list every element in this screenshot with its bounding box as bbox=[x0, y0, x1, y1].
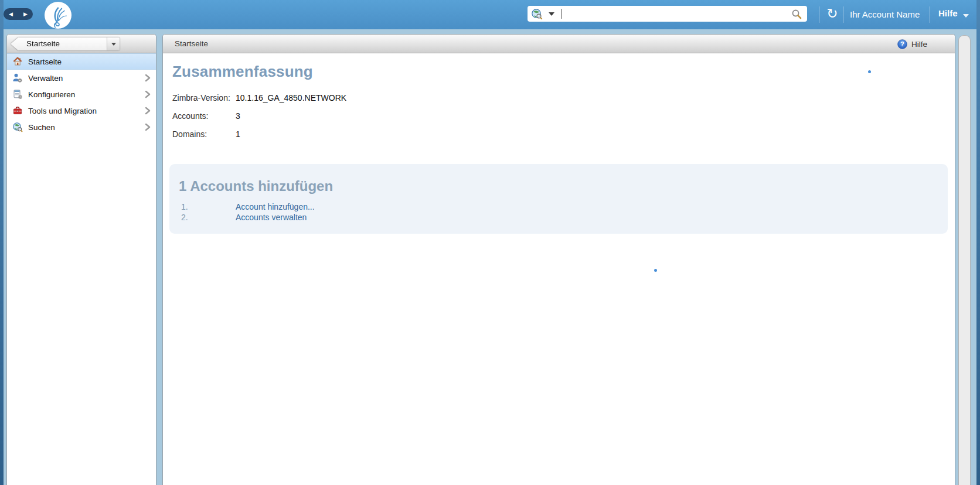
chevron-right-icon bbox=[145, 74, 151, 84]
loading-dot bbox=[868, 70, 871, 73]
toolbox-icon bbox=[12, 105, 23, 117]
manage-accounts-link[interactable]: Accounts verwalten bbox=[236, 212, 307, 223]
summary-row: Zimbra-Version: 10.1.16_GA_4850.NETWORK bbox=[172, 93, 955, 103]
summary-value: 1 bbox=[236, 129, 240, 139]
tasks-panel: 1 Accounts hinzufügen 1. Account hinzufü… bbox=[169, 164, 948, 234]
globe-search-icon[interactable] bbox=[531, 8, 543, 20]
sidebar-item-konfigurieren[interactable]: Konfigurieren bbox=[7, 86, 156, 103]
topbar-divider bbox=[843, 6, 843, 23]
zimbra-logo-swoosh bbox=[45, 2, 71, 28]
sidebar-header: Startseite bbox=[7, 35, 156, 53]
topbar: ◀ ▶ ↻ Ihr Accou bbox=[0, 0, 980, 29]
summary-label: Zimbra-Version: bbox=[172, 93, 236, 103]
window-frame-right bbox=[976, 0, 980, 485]
list-item-number: 2. bbox=[179, 212, 236, 223]
history-nav-pill: ◀ ▶ bbox=[4, 8, 33, 20]
chevron-right-icon bbox=[145, 123, 151, 133]
list-item: 1. Account hinzufügen... bbox=[179, 201, 938, 212]
content-help-button[interactable]: ? Hilfe bbox=[897, 35, 927, 53]
search-scope-caret-down-icon[interactable] bbox=[549, 12, 554, 16]
sidebar-item-verwalten[interactable]: Verwalten bbox=[7, 70, 156, 86]
nav-selector-value: Startseite bbox=[26, 37, 60, 50]
sidebar-item-label: Verwalten bbox=[28, 74, 63, 83]
sidebar-item-label: Tools und Migration bbox=[28, 107, 97, 115]
sidebar-item-suchen[interactable]: Suchen bbox=[7, 119, 156, 135]
nav-selector-dropdown-button[interactable] bbox=[107, 37, 120, 50]
summary-label: Accounts: bbox=[172, 111, 236, 121]
help-menu[interactable]: Hilfe bbox=[938, 0, 958, 29]
tasks-list: 1. Account hinzufügen... 2. Accounts ver… bbox=[179, 201, 938, 223]
main-panel: Startseite ? Hilfe Zusammenfassung Zimbr… bbox=[162, 34, 955, 485]
back-icon[interactable]: ◀ bbox=[4, 8, 18, 20]
main-content: Zusammenfassung Zimbra-Version: 10.1.16_… bbox=[163, 53, 955, 485]
add-account-link[interactable]: Account hinzufügen... bbox=[236, 201, 315, 212]
forward-icon[interactable]: ▶ bbox=[18, 8, 33, 20]
document-gear-icon bbox=[12, 89, 23, 100]
loading-dot bbox=[654, 269, 657, 272]
sidebar-item-tools-und-migration[interactable]: Tools und Migration bbox=[7, 103, 156, 119]
summary-row: Domains: 1 bbox=[172, 129, 955, 139]
caret-down-icon bbox=[111, 43, 116, 46]
globe-search-icon bbox=[12, 122, 23, 133]
window-frame-left bbox=[0, 0, 4, 485]
list-item: 2. Accounts verwalten bbox=[179, 212, 938, 223]
content-help-label: Hilfe bbox=[911, 40, 927, 49]
chevron-right-icon bbox=[145, 107, 151, 117]
help-icon: ? bbox=[897, 39, 907, 49]
search-input[interactable] bbox=[562, 7, 791, 21]
sidebar-item-label: Konfigurieren bbox=[28, 90, 75, 99]
svg-text:?: ? bbox=[900, 40, 904, 47]
vertical-scrollbar[interactable] bbox=[958, 35, 971, 485]
home-icon bbox=[12, 56, 23, 67]
summary-label: Domains: bbox=[172, 129, 236, 139]
help-caret-down-icon[interactable] bbox=[963, 14, 969, 18]
page-title: Startseite bbox=[175, 39, 208, 48]
account-name[interactable]: Ihr Account Name bbox=[850, 0, 920, 29]
search-bar bbox=[528, 6, 807, 22]
summary-title: Zusammenfassung bbox=[172, 63, 955, 81]
zimbra-logo bbox=[45, 2, 72, 29]
search-icon[interactable] bbox=[791, 8, 802, 20]
summary-value: 3 bbox=[236, 111, 240, 121]
sidebar-item-label: Suchen bbox=[28, 123, 55, 132]
tasks-panel-title: 1 Accounts hinzufügen bbox=[179, 179, 938, 194]
summary-value: 10.1.16_GA_4850.NETWORK bbox=[236, 93, 346, 103]
sidebar-item-startseite[interactable]: Startseite bbox=[7, 53, 156, 70]
summary-rows: Zimbra-Version: 10.1.16_GA_4850.NETWORK … bbox=[163, 93, 955, 139]
nav-selector[interactable]: Startseite bbox=[11, 37, 120, 50]
sidebar-tree: Startseite Verwalten bbox=[7, 53, 156, 135]
sidebar: Startseite Startseite bbox=[6, 34, 156, 485]
chevron-right-icon bbox=[145, 90, 151, 100]
user-gear-icon bbox=[12, 73, 23, 84]
sidebar-item-label: Startseite bbox=[28, 57, 62, 66]
topbar-divider bbox=[930, 6, 930, 23]
refresh-icon[interactable]: ↻ bbox=[824, 4, 841, 23]
list-item-number: 1. bbox=[179, 201, 236, 212]
summary-row: Accounts: 3 bbox=[172, 111, 955, 121]
main-header: Startseite ? Hilfe bbox=[163, 35, 955, 53]
topbar-divider bbox=[819, 6, 819, 23]
